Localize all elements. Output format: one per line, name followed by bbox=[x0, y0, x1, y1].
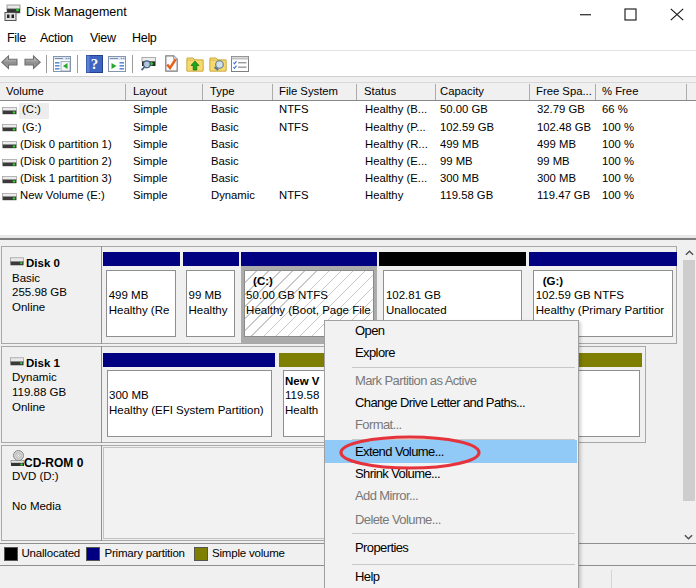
svg-text:?: ? bbox=[91, 56, 99, 72]
